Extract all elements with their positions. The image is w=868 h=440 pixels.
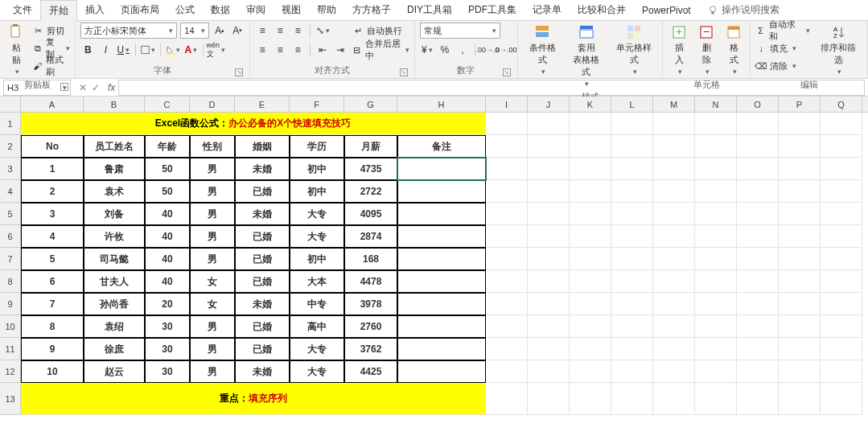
- cell[interactable]: 1: [21, 158, 84, 180]
- cell[interactable]: [737, 113, 779, 135]
- font-color-button[interactable]: A▾: [183, 43, 198, 57]
- cell[interactable]: [528, 248, 570, 270]
- cell[interactable]: [611, 248, 653, 270]
- cell[interactable]: [528, 338, 570, 360]
- row-header[interactable]: 2: [0, 135, 20, 158]
- cell[interactable]: 男: [190, 338, 235, 360]
- align-bottom-button[interactable]: ≡: [290, 23, 305, 38]
- cell[interactable]: 7: [21, 293, 84, 315]
- cell[interactable]: 高中: [290, 315, 344, 338]
- cell[interactable]: 已婚: [235, 315, 290, 338]
- cell[interactable]: 50: [145, 158, 190, 180]
- cell[interactable]: [653, 180, 695, 203]
- cell[interactable]: 已婚: [235, 225, 290, 248]
- cell[interactable]: [528, 293, 570, 315]
- cell[interactable]: [528, 225, 570, 248]
- cell[interactable]: 已婚: [235, 270, 290, 293]
- cell[interactable]: [653, 270, 695, 293]
- cell[interactable]: 袁术: [84, 180, 145, 203]
- cell[interactable]: [486, 293, 528, 315]
- cell[interactable]: 月薪: [344, 135, 397, 158]
- cell[interactable]: [779, 338, 821, 360]
- decrease-decimal-button[interactable]: .0→.00: [498, 43, 512, 57]
- col-header[interactable]: N: [695, 97, 737, 112]
- format-as-table-button[interactable]: 套用 表格格式▾: [566, 23, 605, 89]
- tab-review[interactable]: 审阅: [238, 0, 274, 20]
- cell[interactable]: [611, 225, 653, 248]
- cell[interactable]: [397, 158, 486, 180]
- format-painter-button[interactable]: 🖌格式刷: [32, 58, 70, 74]
- cell[interactable]: [611, 180, 653, 203]
- row-header[interactable]: 12: [0, 360, 20, 383]
- cell[interactable]: 男: [190, 180, 235, 203]
- font-size-select[interactable]: 14▾: [180, 23, 209, 39]
- cell[interactable]: [821, 135, 862, 158]
- fill-button[interactable]: ↓填充▾: [755, 40, 810, 56]
- cell[interactable]: 4095: [344, 203, 397, 225]
- tab-compare[interactable]: 比较和合并: [570, 0, 634, 20]
- cell[interactable]: [611, 293, 653, 315]
- cell-styles-button[interactable]: 单元格样式▾: [611, 23, 658, 77]
- cell[interactable]: [570, 203, 611, 225]
- cancel-formula-button[interactable]: ✕: [79, 82, 87, 93]
- cell[interactable]: 4735: [344, 158, 397, 180]
- cell[interactable]: No: [21, 135, 84, 158]
- cell[interactable]: [821, 180, 862, 203]
- autosum-button[interactable]: Σ自动求和▾: [755, 23, 810, 39]
- cell[interactable]: 3: [21, 203, 84, 225]
- row-header[interactable]: 6: [0, 225, 20, 248]
- cell[interactable]: [779, 180, 821, 203]
- cell[interactable]: 未婚: [235, 158, 290, 180]
- row-header[interactable]: 11: [0, 338, 20, 360]
- cell[interactable]: [570, 225, 611, 248]
- cell[interactable]: [528, 360, 570, 383]
- cell[interactable]: 已婚: [235, 180, 290, 203]
- cell[interactable]: 男: [190, 225, 235, 248]
- cell[interactable]: 袁绍: [84, 315, 145, 338]
- cell[interactable]: [779, 248, 821, 270]
- row-header[interactable]: 3: [0, 158, 20, 180]
- increase-indent-button[interactable]: ⇥: [333, 43, 348, 57]
- cell[interactable]: [611, 135, 653, 158]
- cell[interactable]: 性别: [190, 135, 235, 158]
- cell[interactable]: [611, 383, 653, 415]
- cell[interactable]: 初中: [290, 158, 344, 180]
- row-header[interactable]: 10: [0, 315, 20, 338]
- cell[interactable]: 婚姻: [235, 135, 290, 158]
- cell[interactable]: [695, 113, 737, 135]
- cell[interactable]: 刘备: [84, 203, 145, 225]
- cell[interactable]: [779, 293, 821, 315]
- cell[interactable]: 大专: [290, 360, 344, 383]
- cell[interactable]: [695, 315, 737, 338]
- cell[interactable]: 男: [190, 248, 235, 270]
- cell[interactable]: 学历: [290, 135, 344, 158]
- align-middle-button[interactable]: ≡: [273, 23, 287, 38]
- row-headers[interactable]: 12345678910111213: [0, 113, 21, 415]
- cell[interactable]: [528, 315, 570, 338]
- col-header[interactable]: A: [21, 97, 84, 112]
- cell[interactable]: 30: [145, 315, 190, 338]
- sort-filter-button[interactable]: AZ排序和筛选▾: [815, 23, 862, 77]
- tab-data[interactable]: 数据: [203, 0, 238, 20]
- col-header[interactable]: E: [235, 97, 290, 112]
- italic-button[interactable]: I: [98, 43, 113, 57]
- tab-pdf[interactable]: PDF工具集: [460, 0, 525, 20]
- cell[interactable]: 40: [145, 248, 190, 270]
- phonetic-button[interactable]: wén文▾: [208, 43, 223, 57]
- col-header[interactable]: G: [344, 97, 397, 112]
- cell[interactable]: [486, 360, 528, 383]
- cell[interactable]: [737, 360, 779, 383]
- cell[interactable]: [397, 203, 486, 225]
- cell[interactable]: 孙尚香: [84, 293, 145, 315]
- cell[interactable]: [570, 135, 611, 158]
- cell[interactable]: [695, 293, 737, 315]
- cell[interactable]: 许攸: [84, 225, 145, 248]
- col-header[interactable]: K: [570, 97, 611, 112]
- cell[interactable]: 6: [21, 270, 84, 293]
- cell[interactable]: [528, 113, 570, 135]
- paste-button[interactable]: 粘贴 ▾: [5, 23, 27, 77]
- row-header[interactable]: 9: [0, 293, 20, 315]
- cell[interactable]: 2: [21, 180, 84, 203]
- cell[interactable]: 4478: [344, 270, 397, 293]
- cell[interactable]: 大专: [290, 338, 344, 360]
